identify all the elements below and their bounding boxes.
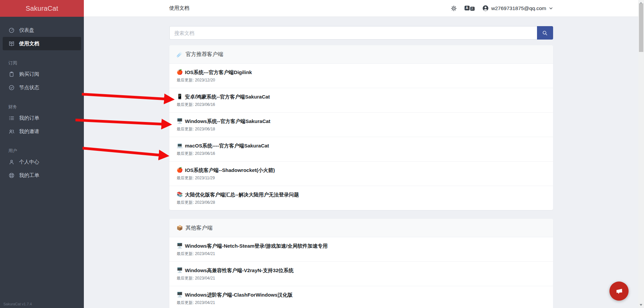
clipboard-icon: [8, 71, 15, 77]
docs-section-title: 其他客户端: [185, 225, 212, 232]
lifebuoy-icon: [8, 172, 15, 179]
doc-row-windows-netch[interactable]: 🖥️Windows客户端-Netch-Steam登录/游戏加速/全局软件加速专用…: [169, 237, 553, 262]
sidebar-item-label: 我的邀请: [19, 128, 39, 135]
apple-emoji-icon: 🍎: [177, 70, 183, 75]
doc-title[interactable]: IOS系统客户端--Shadowrocket(小火箭): [185, 167, 275, 174]
chat-bubble-icon: [614, 286, 624, 296]
translate-icon-latin: A: [465, 6, 470, 10]
doc-row-android-harmony[interactable]: 📱安卓/鸿蒙系统--官方客户端SakuraCat 最后更新: 2023/06/1…: [169, 88, 553, 113]
apple-emoji-icon: 🍎: [177, 168, 183, 173]
scrollbar-track[interactable]: [638, 0, 644, 308]
doc-updated: 最后更新: 2023/06/18: [177, 127, 546, 132]
sidebar-item-dashboard[interactable]: 仪表盘: [3, 23, 81, 37]
doc-title[interactable]: Windows高兼容性客户端-V2rayN-支持32位系统: [185, 267, 293, 274]
doc-title[interactable]: Windows进阶客户端-ClashForWindows汉化版: [185, 291, 292, 298]
translate-icon[interactable]: A 文: [465, 6, 475, 11]
doc-title[interactable]: IOS系统---官方客户端Digilink: [185, 69, 252, 76]
chat-widget-button[interactable]: [609, 282, 629, 301]
scrollbar-thumb[interactable]: [639, 3, 643, 52]
sidebar-item-label: 个人中心: [19, 159, 39, 165]
sidebar-item-docs[interactable]: 使用文档: [3, 37, 81, 50]
docs-card-official: ☄️ 官方推荐客户端 🍎IOS系统---官方客户端Digilink 最后更新: …: [169, 45, 553, 210]
sidebar-item-label: 节点状态: [19, 84, 39, 91]
sidebar-item-profile[interactable]: 个人中心: [3, 155, 81, 169]
doc-updated: 最后更新: 2023/12/20: [177, 78, 546, 83]
desktop-emoji-icon: 🖥️: [177, 268, 183, 273]
laptop-emoji-icon: 💻: [177, 143, 183, 148]
sidebar-item-buy-subscription[interactable]: 购买订阅: [3, 67, 81, 81]
docs-card-other: 📦 其他客户端 🖥️Windows客户端-Netch-Steam登录/游戏加速/…: [169, 219, 553, 308]
doc-row-windows-clash[interactable]: 🖥️Windows进阶客户端-ClashForWindows汉化版 最后更新: …: [169, 286, 553, 308]
doc-updated: 最后更新: 2023/06/16: [177, 102, 546, 107]
doc-updated: 最后更新: 2023/04/21: [177, 251, 546, 256]
app-version: SakuraCat v1.7.4: [3, 302, 32, 306]
topbar: 使用文档 A 文 w2769731875@qq.com: [84, 0, 638, 17]
package-emoji-icon: 📦: [177, 226, 183, 231]
sidebar-item-label: 我的订单: [19, 115, 39, 121]
brand-logo[interactable]: SakuraCat: [0, 0, 84, 17]
sidebar-item-label: 购买订阅: [19, 71, 39, 77]
chevron-down-icon: [549, 6, 553, 10]
doc-updated: 最后更新: 2023/04/21: [177, 300, 546, 305]
doc-updated: 最后更新: 2023/06/28: [177, 200, 546, 205]
doc-title[interactable]: 大陆优化版客户端汇总--解决大陆用户无法登录问题: [185, 191, 299, 198]
desktop-emoji-icon: 🖥️: [177, 119, 183, 124]
doc-title[interactable]: macOS系统----官方客户端SakuraCat: [185, 142, 269, 149]
doc-updated: 最后更新: 2023/04/21: [177, 276, 546, 281]
search-button[interactable]: [537, 26, 553, 40]
sidebar-item-label: 我的工单: [19, 172, 39, 179]
desktop-emoji-icon: 🖥️: [177, 292, 183, 297]
user-circle-icon: [482, 5, 489, 12]
doc-title[interactable]: 安卓/鸿蒙系统--官方客户端SakuraCat: [185, 93, 270, 100]
search-input[interactable]: [169, 26, 537, 40]
doc-row-ios-shadowrocket[interactable]: 🍎IOS系统客户端--Shadowrocket(小火箭) 最后更新: 2023/…: [169, 162, 553, 186]
search-bar: [169, 26, 553, 40]
user-email: w2769731875@qq.com: [491, 5, 546, 11]
page-title: 使用文档: [169, 5, 190, 11]
doc-row-windows-official[interactable]: 🖥️Windows系统--官方客户端SakuraCat 最后更新: 2023/0…: [169, 113, 553, 137]
user-menu[interactable]: w2769731875@qq.com: [482, 5, 553, 12]
gear-icon[interactable]: [450, 5, 457, 12]
person-icon: [8, 159, 15, 165]
sidebar-item-label: 使用文档: [19, 41, 39, 47]
search-icon: [542, 30, 548, 36]
doc-row-macos-official[interactable]: 💻macOS系统----官方客户端SakuraCat 最后更新: 2023/06…: [169, 137, 553, 162]
sidebar-item-label: 仪表盘: [19, 27, 34, 34]
docs-section-header: ☄️ 官方推荐客户端: [169, 45, 553, 64]
sidebar-section-subscription: 订阅: [8, 59, 84, 67]
sidebar-nav: 仪表盘 使用文档 订阅 购买订阅 节点状态 财务 我的订单: [0, 17, 84, 182]
books-emoji-icon: 📚: [177, 192, 183, 197]
desktop-emoji-icon: 🖥️: [177, 243, 183, 248]
sidebar: SakuraCat 仪表盘 使用文档 订阅 购买订阅 节点状态: [0, 0, 84, 308]
doc-row-windows-v2rayn[interactable]: 🖥️Windows高兼容性客户端-V2rayN-支持32位系统 最后更新: 20…: [169, 262, 553, 286]
translate-icon-cjk: 文: [470, 7, 475, 11]
people-icon: [8, 128, 15, 135]
doc-updated: 最后更新: 2023/06/16: [177, 151, 546, 156]
docs-section-title: 官方推荐客户端: [185, 51, 223, 58]
doc-title[interactable]: Windows客户端-Netch-Steam登录/游戏加速/全局软件加速专用: [185, 242, 328, 249]
check-circle-icon: [8, 84, 15, 91]
docs-section-header: 📦 其他客户端: [169, 219, 553, 237]
scrollbar-down-arrow[interactable]: [640, 304, 642, 306]
open-book-icon: [8, 41, 15, 47]
sidebar-item-my-invites[interactable]: 我的邀请: [3, 125, 81, 138]
comet-emoji-icon: ☄️: [177, 52, 183, 57]
sidebar-section-user: 用户: [8, 146, 84, 155]
doc-updated: 最后更新: 2023/11/29: [177, 176, 546, 181]
doc-row-mainland-clients[interactable]: 📚大陆优化版客户端汇总--解决大陆用户无法登录问题 最后更新: 2023/06/…: [169, 186, 553, 210]
sidebar-item-node-status[interactable]: 节点状态: [3, 81, 81, 94]
doc-title[interactable]: Windows系统--官方客户端SakuraCat: [185, 118, 270, 125]
gauge-icon: [8, 27, 15, 34]
list-icon: [8, 115, 15, 121]
sidebar-item-my-orders[interactable]: 我的订单: [3, 111, 81, 125]
doc-row-ios-digilink[interactable]: 🍎IOS系统---官方客户端Digilink 最后更新: 2023/12/20: [169, 64, 553, 88]
main-area: 使用文档 A 文 w2769731875@qq.com: [84, 0, 638, 308]
sidebar-section-finance: 财务: [8, 103, 84, 111]
phone-emoji-icon: 📱: [177, 94, 183, 99]
sidebar-item-my-tickets[interactable]: 我的工单: [3, 169, 81, 182]
